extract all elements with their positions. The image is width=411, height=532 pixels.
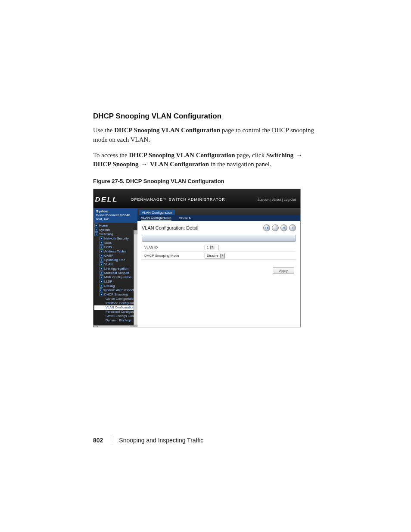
access-suffix: in the navigation panel. — [209, 161, 271, 168]
nav-item-label: Multicast Support — [104, 271, 129, 275]
help-icon[interactable]: ? — [289, 224, 296, 231]
nav-item-label: Interface Configuration — [106, 301, 137, 305]
expand-icon[interactable]: + — [100, 267, 103, 271]
nav-item-static-bindings-configuration[interactable]: Static Bindings Configuration — [94, 314, 137, 318]
expand-icon[interactable]: + — [100, 284, 103, 288]
expand-icon[interactable]: + — [100, 258, 103, 262]
tab-bar: VLAN Configuration VLAN Configuration Sh… — [137, 208, 300, 221]
nav-item-spanning-tree[interactable]: +Spanning Tree — [94, 258, 137, 262]
action-icons: H C ? — [263, 224, 296, 231]
expand-icon[interactable]: + — [100, 288, 102, 292]
brand-area: DELL OPENMANAGE™ SWITCH ADMINISTRATOR — [97, 196, 225, 203]
nav-item-mvr-configuration[interactable]: +MVR Configuration — [94, 275, 137, 280]
expand-icon[interactable]: + — [94, 232, 98, 236]
nav-item-multicast-support[interactable]: +Multicast Support — [94, 271, 137, 275]
nav-item-label: Dynamic Bindings — [106, 318, 131, 322]
nav-item-vlan-configuration[interactable]: VLAN Configuration — [94, 305, 137, 310]
expand-icon[interactable]: + — [100, 254, 103, 258]
expand-icon[interactable]: + — [100, 249, 103, 253]
expand-icon[interactable]: + — [100, 262, 103, 266]
access-bold-4: VLAN Configuration — [150, 161, 209, 168]
nav-item-slots[interactable]: +Slots — [94, 241, 137, 245]
section-heading: DHCP Snooping VLAN Configuration — [93, 112, 318, 121]
link-about[interactable]: About — [272, 198, 281, 202]
nav-sidebar: System PowerConnect M6348 root, r/w +Hom… — [93, 208, 137, 327]
select-vlan-id-value: 1 — [207, 246, 209, 249]
nav-item-system[interactable]: +System — [94, 228, 137, 232]
nav-item-link-aggregation[interactable]: +Link Aggregation — [94, 267, 137, 271]
link-logout[interactable]: Log Out — [284, 198, 296, 202]
apply-button[interactable]: Apply — [273, 268, 294, 274]
nav-item-interface-configuration[interactable]: Interface Configuration — [94, 301, 137, 305]
scroll-right-icon[interactable] — [130, 326, 134, 327]
nav-item-lldp[interactable]: +LLDP — [94, 280, 137, 284]
access-paragraph: To access the DHCP Snooping VLAN Configu… — [93, 151, 318, 170]
intro-paragraph: Use the DHCP Snooping VLAN Configuration… — [93, 126, 318, 145]
select-vlan-id[interactable]: 1 — [205, 245, 218, 250]
intro-prefix: Use the — [93, 127, 114, 134]
nav-item-label: Switching — [99, 232, 113, 236]
chevron-down-icon — [210, 246, 215, 249]
label-vlan-id: VLAN ID — [144, 246, 205, 249]
nav-item-dhcp-snooping[interactable]: +DHCP Snooping — [94, 292, 137, 297]
expand-icon[interactable]: + — [100, 245, 103, 249]
select-snooping-mode-value: Disable — [207, 254, 218, 258]
system-block: System PowerConnect M6348 root, r/w — [93, 208, 137, 223]
embedded-screenshot: DELL OPENMANAGE™ SWITCH ADMINISTRATOR Su… — [93, 189, 301, 327]
access-bold-1: DHCP Snooping VLAN Configuration — [129, 152, 235, 159]
nav-item-label: Link Aggregation — [104, 267, 128, 271]
nav-item-label: Ports — [104, 245, 112, 249]
nav-item-vlan[interactable]: +VLAN — [94, 262, 137, 267]
nav-item-ports[interactable]: +Ports — [94, 245, 137, 249]
horizontal-scrollbar[interactable] — [93, 325, 134, 327]
tab-vlan-configuration[interactable]: VLAN Configuration — [139, 210, 175, 215]
expand-icon[interactable]: + — [100, 241, 103, 245]
expand-icon[interactable]: + — [100, 292, 103, 296]
expand-icon[interactable]: + — [100, 275, 103, 279]
expand-icon[interactable]: + — [94, 224, 98, 227]
subtab-vlan-configuration[interactable]: VLAN Configuration — [141, 216, 171, 221]
nav-item-address-tables[interactable]: +Address Tables — [94, 249, 137, 254]
subtab-show-all[interactable]: Show All — [179, 216, 193, 220]
nav-item-dynamic-bindings[interactable]: Dynamic Bindings — [94, 318, 137, 323]
field-vlan-id: VLAN ID 1 — [142, 243, 296, 252]
nav-item-label: LLDP — [104, 280, 112, 283]
save-icon[interactable]: H — [263, 224, 270, 231]
scroll-down-icon[interactable] — [134, 325, 137, 327]
label-snooping-mode: DHCP Snooping Mode — [144, 254, 205, 258]
content-area: VLAN Configuration: Detail H C ? VLAN ID… — [137, 221, 300, 327]
nav-item-dot1ag[interactable]: +Dot1ag — [94, 284, 137, 288]
product-name: OPENMANAGE™ SWITCH ADMINISTRATOR — [131, 197, 225, 202]
expand-icon[interactable]: + — [100, 236, 103, 240]
nav-item-home[interactable]: +Home — [94, 224, 137, 228]
vertical-scrollbar[interactable] — [134, 230, 137, 327]
link-support[interactable]: Support — [257, 198, 269, 202]
nav-item-garp[interactable]: +GARP — [94, 254, 137, 258]
expand-icon[interactable]: + — [94, 228, 98, 232]
nav-item-switching[interactable]: +Switching — [94, 232, 137, 236]
nav-item-label: Slots — [104, 241, 112, 245]
arrow-1: → — [296, 152, 302, 159]
nav-item-label: Dot1ag — [104, 284, 115, 288]
scroll-up-icon[interactable] — [134, 230, 137, 234]
nav-item-label: System — [99, 228, 110, 232]
expand-icon[interactable]: + — [100, 271, 103, 275]
nav-item-global-configuration[interactable]: Global Configuration — [94, 297, 137, 301]
nav-list: +Home+System+Switching+Network Security+… — [93, 223, 137, 323]
expand-icon[interactable]: + — [100, 280, 103, 283]
page-number: 802 — [93, 437, 103, 444]
nav-item-network-security[interactable]: +Network Security — [94, 236, 137, 241]
scroll-left-icon[interactable] — [93, 326, 98, 327]
nav-item-dynamic-arp-inspection[interactable]: +Dynamic ARP Inspection — [94, 288, 137, 292]
app-header: DELL OPENMANAGE™ SWITCH ADMINISTRATOR Su… — [93, 189, 300, 208]
access-mid-1: page, click — [235, 152, 266, 159]
select-snooping-mode[interactable]: Disable — [205, 253, 225, 258]
main-panel: VLAN Configuration VLAN Configuration Sh… — [137, 208, 300, 327]
refresh-icon[interactable]: C — [280, 224, 287, 231]
system-label: System — [96, 209, 108, 213]
nav-item-persistent-configuration[interactable]: Persistent Configuration — [94, 310, 137, 314]
access-prefix: To access the — [93, 152, 129, 159]
print-icon[interactable] — [272, 224, 279, 231]
intro-bold: DHCP Snooping VLAN Configuration — [114, 127, 220, 134]
figure-caption: Figure 27-5. DHCP Snooping VLAN Configur… — [93, 178, 318, 184]
